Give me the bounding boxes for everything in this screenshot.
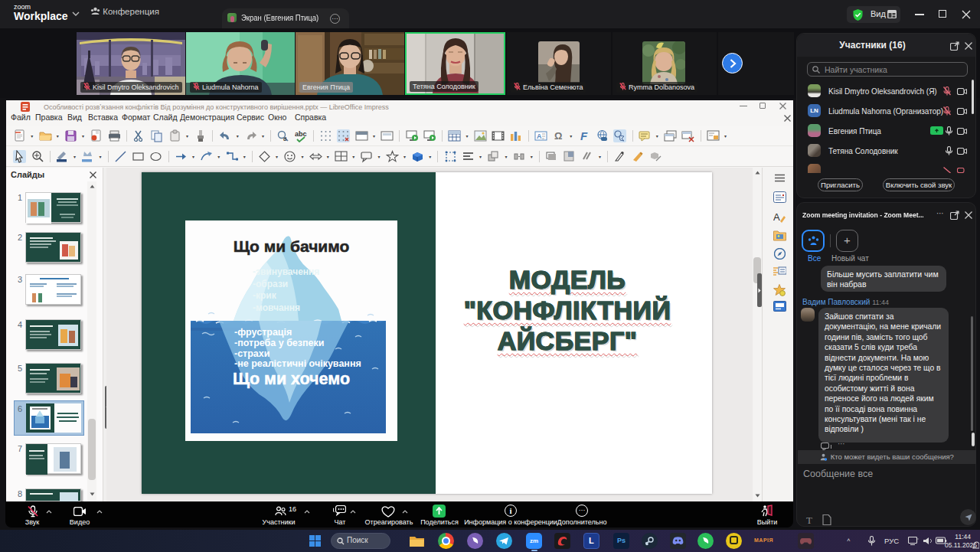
svg-text:d: d <box>283 136 286 142</box>
svg-text:A: A <box>537 132 542 140</box>
svg-text:F: F <box>580 129 588 142</box>
svg-text:abc: abc <box>295 130 307 138</box>
svg-text:Ω: Ω <box>554 130 562 142</box>
svg-text:A: A <box>773 211 780 223</box>
